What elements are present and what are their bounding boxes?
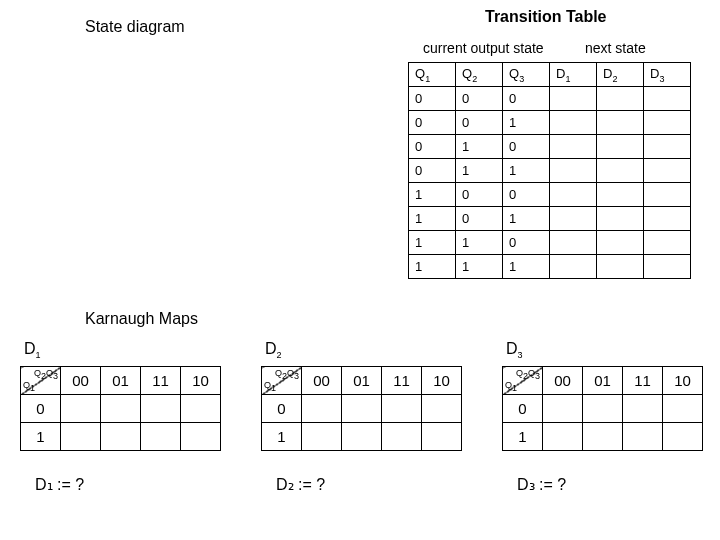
kmap-col: 11 [141,367,181,395]
kmap-d2-title: D2 [265,340,462,360]
kmap-d3-table: Q2Q3 Q1 00 01 11 10 0 1 [502,366,703,451]
table-row: 100 [409,183,691,207]
kmap-row: 0 [21,395,61,423]
table-row: 111 [409,255,691,279]
table-row: 000 [409,87,691,111]
kmap-row: 0 [503,395,543,423]
kmap-d2-table: Q2Q3 Q1 00 01 11 10 0 1 [261,366,462,451]
kmap-col: 10 [181,367,221,395]
equation-d1: D₁ := ? [35,475,84,494]
kmap-col: 10 [663,367,703,395]
col-q2: Q2 [456,63,503,87]
kmap-col: 00 [302,367,342,395]
equation-d3: D₃ := ? [517,475,566,494]
table-row: 011 [409,159,691,183]
karnaugh-maps-heading: Karnaugh Maps [85,310,198,328]
kmap-col: 01 [101,367,141,395]
transition-table: Q1 Q2 Q3 D1 D2 D3 000 001 010 011 100 10… [408,62,691,279]
col-q1: Q1 [409,63,456,87]
kmap-col: 00 [543,367,583,395]
kmap-col: 11 [382,367,422,395]
transition-table-title: Transition Table [485,8,607,26]
table-header-row: Q1 Q2 Q3 D1 D2 D3 [409,63,691,87]
next-state-header: next state [585,40,646,56]
kmap-d1-title: D1 [24,340,221,360]
kmap-col: 10 [422,367,462,395]
kmap-d1-table: Q2Q3 Q1 00 01 11 10 0 1 [20,366,221,451]
equation-d2: D₂ := ? [276,475,325,494]
kmap-corner: Q2Q3 Q1 [21,367,61,395]
kmap-row: 1 [21,423,61,451]
kmap-d3-title: D3 [506,340,703,360]
table-row: 001 [409,111,691,135]
kmap-row: 1 [262,423,302,451]
kmap-d3: D3 Q2Q3 Q1 00 01 11 10 0 1 [502,340,703,451]
col-d2: D2 [597,63,644,87]
kmap-col: 01 [342,367,382,395]
kmap-row: 0 [262,395,302,423]
kmap-col: 01 [583,367,623,395]
kmap-row: 1 [503,423,543,451]
kmap-d1: D1 Q2Q3 Q1 00 01 11 10 0 1 [20,340,221,451]
col-d3: D3 [644,63,691,87]
kmap-corner: Q2Q3 Q1 [503,367,543,395]
state-diagram-heading: State diagram [85,18,185,36]
kmap-corner: Q2Q3 Q1 [262,367,302,395]
kmap-col: 11 [623,367,663,395]
current-state-header: current output state [423,40,544,56]
table-row: 010 [409,135,691,159]
kmap-d2: D2 Q2Q3 Q1 00 01 11 10 0 1 [261,340,462,451]
table-row: 101 [409,207,691,231]
table-row: 110 [409,231,691,255]
col-q3: Q3 [503,63,550,87]
col-d1: D1 [550,63,597,87]
kmap-col: 00 [61,367,101,395]
